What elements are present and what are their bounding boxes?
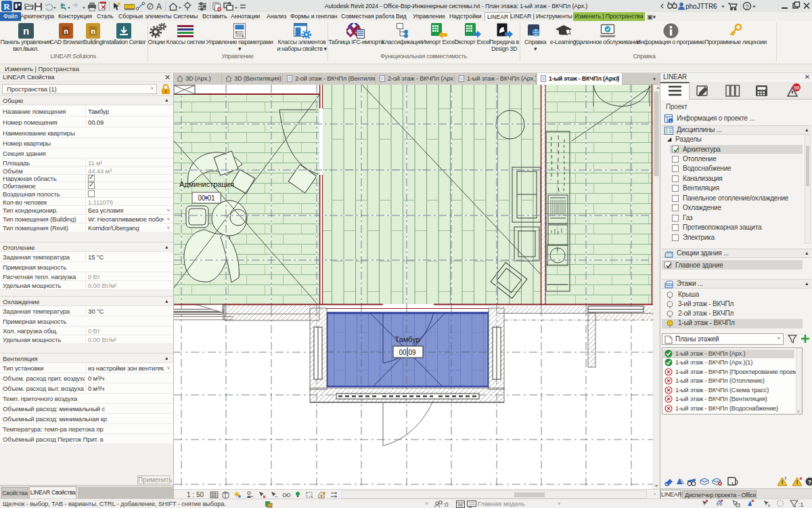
svg-text:98: 98 xyxy=(794,85,800,91)
svg-text:A: A xyxy=(156,2,162,12)
svg-text::0: :0 xyxy=(443,501,449,508)
svg-text:n: n xyxy=(23,25,29,37)
svg-text:Тамбур: Тамбур xyxy=(394,335,420,343)
svg-text:?: ? xyxy=(808,479,811,486)
svg-text:Администрация: Администрация xyxy=(179,180,234,188)
svg-text:n: n xyxy=(64,27,68,35)
svg-text:!: ! xyxy=(796,479,798,486)
svg-text:n: n xyxy=(91,27,95,35)
svg-text:R: R xyxy=(3,1,10,12)
svg-text:?: ? xyxy=(745,3,748,10)
svg-text:phoJTTR6: phoJTTR6 xyxy=(685,3,717,10)
svg-text::1: :1 xyxy=(798,501,804,508)
svg-text:!: ! xyxy=(782,479,784,486)
svg-text:i: i xyxy=(670,119,671,123)
